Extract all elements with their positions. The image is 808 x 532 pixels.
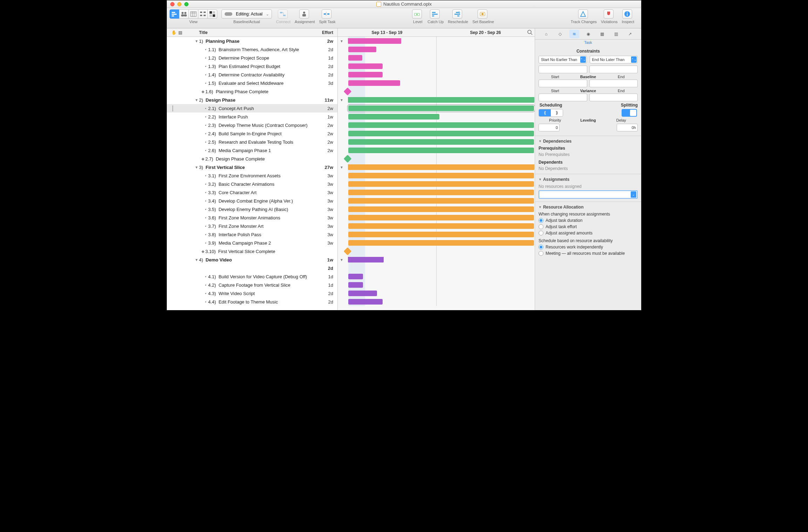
task-row[interactable]: ◆2.7) Design Phase Complete: [167, 155, 337, 163]
radio-adjust-duration[interactable]: Adjust task duration: [539, 218, 638, 223]
task-row[interactable]: •3.6) First Zone Monster Animations3w: [167, 213, 337, 222]
task-bar[interactable]: [348, 63, 383, 69]
gantt-lane[interactable]: [338, 155, 535, 163]
set-baseline-button[interactable]: [478, 9, 487, 19]
task-row[interactable]: •4.2) Capture Footage from Vertical Slic…: [167, 281, 337, 289]
view-network-button[interactable]: [198, 9, 208, 19]
radio-adjust-amounts[interactable]: Adjust assigned amounts: [539, 231, 638, 236]
level-button[interactable]: [412, 9, 422, 19]
effort-column-header[interactable]: Effort: [316, 30, 337, 35]
gantt-lane[interactable]: [338, 205, 535, 213]
note-icon[interactable]: [172, 105, 173, 111]
connect-button[interactable]: [278, 9, 288, 19]
summary-bar[interactable]: [348, 164, 534, 170]
gantt-lane[interactable]: [338, 70, 535, 79]
task-bar[interactable]: [348, 139, 534, 145]
milestone-marker[interactable]: [344, 88, 352, 96]
task-row[interactable]: •3.7) First Zone Monster Art3w: [167, 222, 337, 230]
gantt-lane[interactable]: [338, 79, 535, 87]
task-row[interactable]: •4.4) Edit Footage to Theme Music2d: [167, 298, 337, 306]
tab-styles-icon[interactable]: ▦: [597, 30, 607, 38]
start-constraint-dropdown[interactable]: Start No Earlier Than⌃⌄: [539, 56, 587, 63]
gantt-lane[interactable]: [338, 222, 535, 230]
radio-meeting[interactable]: Meeting — all resources must be availabl…: [539, 251, 638, 256]
gantt-body[interactable]: ▼▼▼▼: [338, 37, 535, 306]
task-row[interactable]: •3.8) Interface Polish Pass3w: [167, 230, 337, 239]
task-row[interactable]: •1.4) Determine Contractor Availability2…: [167, 70, 337, 79]
gantt-lane[interactable]: [338, 247, 535, 255]
summary-bar[interactable]: [348, 97, 534, 103]
tab-export-icon[interactable]: ↗: [625, 30, 635, 38]
tab-resource-icon[interactable]: ◉: [583, 30, 593, 38]
search-icon[interactable]: [527, 29, 533, 35]
task-bar[interactable]: [348, 282, 363, 288]
task-row[interactable]: •3.4) Develop Combat Engine (Alpha Ver.)…: [167, 197, 337, 205]
close-window-button[interactable]: [170, 2, 174, 6]
task-bar[interactable]: [348, 55, 362, 61]
task-bar[interactable]: [348, 114, 439, 120]
task-row[interactable]: •3.9) Media Campaign Phase 23w: [167, 239, 337, 247]
gantt-lane[interactable]: ▼: [338, 96, 535, 104]
gantt-lane[interactable]: [338, 54, 535, 62]
gantt-lane[interactable]: [338, 146, 535, 155]
assignment-dropdown[interactable]: ⌄: [539, 190, 638, 199]
radio-adjust-effort[interactable]: Adjust task effort: [539, 224, 638, 229]
summary-bar[interactable]: [348, 38, 401, 44]
task-bar[interactable]: [348, 206, 534, 212]
task-row[interactable]: ▼4) Demo Video1w: [167, 255, 337, 264]
radio-independent[interactable]: Resources work independently: [539, 245, 638, 250]
gantt-lane[interactable]: [338, 213, 535, 222]
zoom-window-button[interactable]: [184, 2, 189, 6]
end-constraint-dropdown[interactable]: End No Later Than⌃⌄: [590, 56, 638, 63]
task-bar[interactable]: [348, 274, 363, 279]
task-row[interactable]: 2d: [167, 264, 337, 272]
task-row[interactable]: •1.5) Evaluate and Select Middleware3d: [167, 79, 337, 87]
gantt-lane[interactable]: [338, 289, 535, 298]
view-style-button[interactable]: [207, 9, 217, 19]
split-task-button[interactable]: [322, 9, 331, 19]
gantt-lane[interactable]: [338, 121, 535, 129]
task-bar[interactable]: [348, 105, 534, 111]
disclosure-triangle[interactable]: ▼: [340, 258, 343, 262]
gantt-week-2[interactable]: Sep 20 - Sep 26: [436, 30, 535, 35]
delay-input[interactable]: 0h: [617, 124, 638, 131]
variance-start-input[interactable]: [539, 94, 587, 101]
gantt-lane[interactable]: ▼: [338, 37, 535, 45]
scheduling-direction-toggle[interactable]: ⟪⟫: [539, 109, 563, 117]
task-bar[interactable]: [348, 122, 534, 128]
view-gantt-button[interactable]: [170, 9, 179, 19]
view-calendar-button[interactable]: [189, 9, 198, 19]
task-bar[interactable]: [348, 232, 534, 237]
summary-bar[interactable]: [348, 257, 383, 262]
task-row[interactable]: •2.3) Develop Theme Music (Contract Comp…: [167, 121, 337, 129]
disclosure-triangle[interactable]: ▼: [194, 258, 199, 262]
variance-end-input[interactable]: [589, 94, 638, 101]
gantt-lane[interactable]: ▼: [338, 255, 535, 264]
task-bar[interactable]: [348, 190, 534, 195]
tab-project-icon[interactable]: ⌂: [541, 30, 551, 38]
tab-milestones-icon[interactable]: ◇: [555, 30, 565, 38]
start-constraint-input[interactable]: [539, 66, 587, 73]
disclosure-triangle[interactable]: ▼: [340, 98, 343, 102]
task-row[interactable]: •4.1) Build Version for Video Capture (D…: [167, 272, 337, 281]
disclosure-triangle[interactable]: ▼: [340, 165, 343, 169]
disclosure-triangle[interactable]: ▼: [340, 39, 343, 43]
gantt-lane[interactable]: [338, 112, 535, 121]
minimize-window-button[interactable]: [177, 2, 182, 6]
task-row[interactable]: •2.4) Build Sample In-Engine Project2w: [167, 129, 337, 138]
gantt-lane[interactable]: [338, 188, 535, 197]
task-row[interactable]: •4.3) Write Video Script2d: [167, 289, 337, 298]
task-row[interactable]: •1.3) Plan Estimated Project Budget2d: [167, 62, 337, 70]
gantt-lane[interactable]: ▼: [338, 163, 535, 171]
task-bar[interactable]: [348, 148, 534, 153]
task-bar[interactable]: [348, 72, 383, 77]
violations-button[interactable]: [604, 9, 614, 19]
task-row[interactable]: •2.2) Interface Push1w: [167, 112, 337, 121]
task-bar[interactable]: [348, 299, 383, 305]
task-bar[interactable]: [348, 47, 376, 52]
task-row[interactable]: ▼3) First Vertical Slice27w: [167, 163, 337, 171]
gantt-lane[interactable]: [338, 197, 535, 205]
gantt-lane[interactable]: [338, 45, 535, 54]
task-bar[interactable]: [348, 131, 534, 136]
task-bar[interactable]: [348, 215, 534, 220]
